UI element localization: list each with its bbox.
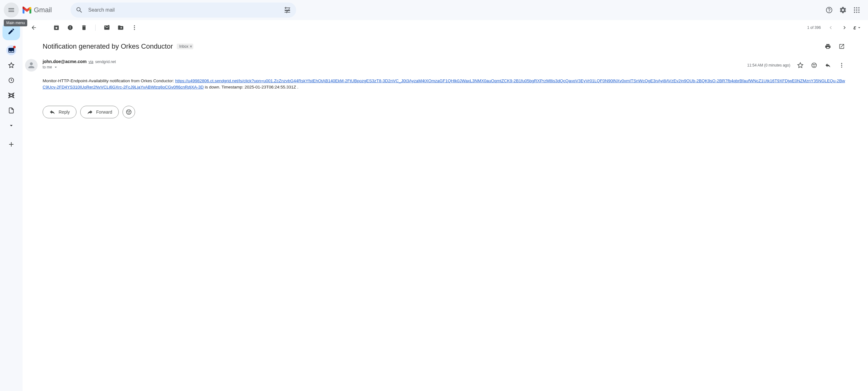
more-vert-icon — [131, 25, 137, 31]
settings-button[interactable] — [837, 4, 849, 16]
reply-label: Reply — [59, 110, 70, 115]
chevron-down-icon — [8, 122, 14, 129]
gear-icon — [839, 6, 847, 14]
apps-button[interactable] — [850, 4, 863, 16]
sidebar-snoozed[interactable] — [6, 75, 16, 85]
svg-point-25 — [841, 66, 842, 67]
support-button[interactable] — [823, 4, 835, 16]
search-bar[interactable] — [70, 2, 296, 18]
sender-email[interactable]: john.doe@acme.com — [42, 59, 87, 64]
send-icon — [8, 92, 14, 99]
toolbar-divider — [95, 25, 96, 31]
reply-button[interactable]: Reply — [42, 106, 76, 118]
body-suffix: is down. Timestamp: 2025-01-23T06:24:55.… — [204, 85, 298, 89]
subject-row: Notification generated by Orkes Conducto… — [42, 38, 848, 58]
spam-button[interactable] — [64, 21, 76, 34]
sidebar-sent[interactable] — [6, 90, 16, 101]
chevron-left-icon — [828, 25, 834, 31]
sidebar-starred[interactable] — [6, 60, 16, 70]
sidebar-new-label[interactable] — [6, 139, 16, 149]
to-text: to me — [42, 65, 52, 69]
mail-unread-icon — [104, 25, 110, 31]
print-button[interactable] — [822, 40, 834, 53]
svg-point-18 — [134, 27, 135, 28]
next-page-button[interactable] — [838, 21, 851, 34]
search-input[interactable] — [86, 7, 281, 13]
forward-button[interactable]: Forward — [80, 106, 119, 118]
more-actions-button[interactable] — [128, 21, 141, 34]
star-outline-icon — [797, 62, 803, 68]
svg-rect-3 — [285, 7, 286, 9]
delete-button[interactable] — [78, 21, 90, 34]
plus-icon — [7, 141, 15, 148]
reply-icon — [49, 109, 56, 115]
gmail-logo[interactable]: Gmail — [23, 6, 52, 14]
add-reaction-button[interactable] — [123, 106, 135, 118]
page-count: 1 of 396 — [807, 25, 821, 30]
svg-point-9 — [854, 9, 855, 11]
svg-point-26 — [127, 110, 131, 114]
help-icon — [826, 6, 833, 14]
arrow-back-icon — [31, 25, 37, 31]
move-to-button[interactable] — [114, 21, 127, 34]
inbox-label-chip[interactable]: Inbox × — [177, 44, 194, 49]
sidebar-more[interactable] — [6, 120, 16, 131]
sidebar-inbox[interactable] — [6, 45, 16, 55]
sidebar — [0, 20, 23, 391]
back-button[interactable] — [28, 21, 40, 34]
svg-point-14 — [858, 11, 860, 13]
svg-point-17 — [134, 25, 135, 26]
search-options-icon[interactable] — [281, 4, 293, 16]
svg-point-22 — [815, 64, 815, 65]
search-icon[interactable] — [73, 4, 86, 16]
app-header: Main menu Gmail — [0, 0, 868, 20]
search-container — [70, 2, 296, 18]
svg-point-24 — [841, 65, 842, 65]
recipient-dropdown[interactable]: to me — [42, 65, 742, 69]
star-icon — [8, 62, 14, 68]
unread-dot — [13, 46, 16, 48]
svg-point-7 — [856, 7, 857, 8]
message-more-button[interactable] — [835, 59, 848, 72]
remove-label-icon[interactable]: × — [190, 44, 192, 49]
reply-icon-button[interactable] — [822, 59, 834, 72]
svg-point-19 — [134, 29, 135, 30]
svg-point-16 — [108, 25, 110, 27]
archive-button[interactable] — [50, 21, 63, 34]
message-meta-actions: 11:54 AM (0 minutes ago) — [747, 59, 848, 72]
main-menu-button[interactable]: Main menu — [4, 2, 19, 18]
svg-point-6 — [854, 7, 855, 8]
reply-icon — [825, 62, 831, 68]
content-panel: 1 of 396 ε Notification generated by Ork… — [23, 20, 868, 391]
sidebar-drafts[interactable] — [6, 106, 16, 115]
svg-point-21 — [813, 64, 814, 65]
label-text: Inbox — [179, 44, 188, 49]
sender-line: john.doe@acme.com via sendgrid.net — [42, 59, 742, 64]
svg-rect-0 — [284, 7, 290, 8]
svg-rect-5 — [286, 11, 287, 13]
print-icon — [825, 43, 831, 50]
sender-avatar[interactable] — [25, 59, 38, 72]
main-menu-tooltip: Main menu — [4, 20, 27, 26]
input-tools-button[interactable]: ε — [852, 23, 863, 32]
email-subject: Notification generated by Orkes Conducto… — [42, 43, 173, 51]
file-icon — [8, 107, 14, 114]
sender-row: john.doe@acme.com via sendgrid.net to me… — [42, 58, 848, 73]
prev-page-button[interactable] — [825, 21, 837, 34]
archive-icon — [53, 25, 60, 31]
apps-icon — [853, 6, 861, 14]
forward-icon — [87, 109, 93, 115]
mark-unread-button[interactable] — [101, 21, 113, 34]
react-button[interactable] — [808, 59, 820, 72]
open-new-window-button[interactable] — [835, 40, 848, 53]
svg-point-28 — [129, 111, 130, 111]
gmail-text: Gmail — [34, 6, 52, 14]
folder-move-icon — [118, 25, 124, 31]
forward-label: Forward — [96, 110, 112, 115]
input-tools-icon: ε — [853, 25, 856, 31]
spam-icon — [67, 25, 73, 31]
star-message-button[interactable] — [794, 59, 807, 72]
svg-point-23 — [841, 63, 842, 64]
header-right — [823, 4, 866, 16]
svg-point-27 — [128, 111, 128, 111]
